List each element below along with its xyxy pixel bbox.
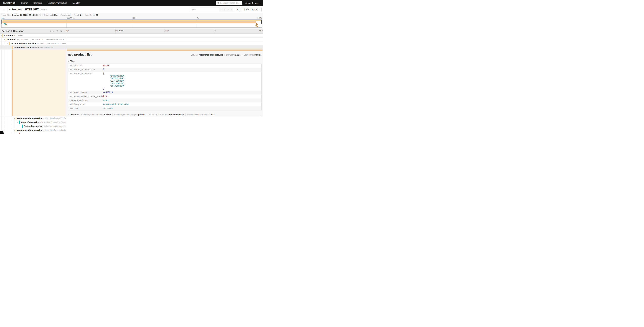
indent-guide	[1, 50, 2, 116]
span-tree-cell[interactable]: ∨featureflagservice/hipstershop.FeatureF…	[0, 120, 66, 124]
span-expand-chevron-icon[interactable]: ∨	[7, 43, 8, 44]
span-tree-cell[interactable]: ∨frontendHTTP GET	[0, 34, 66, 38]
focus-match-icon[interactable]	[220, 8, 222, 10]
span-name: featureflagservice/hipstershop.FeatureFl…	[20, 120, 66, 124]
trace-view-selector[interactable]: Trace Timeline ∨	[241, 7, 262, 12]
nav-item-compare[interactable]: Compare	[31, 0, 45, 6]
tag-value: 8	[102, 68, 262, 72]
minimap-span-bar	[256, 24, 258, 25]
span-row[interactable]: featureflagservicefeatureflagservice.rep…	[0, 124, 263, 128]
span-tree-cell[interactable]: ∨recommendationservice/hipstershop.Featu…	[0, 116, 66, 120]
span-row[interactable]: ∨frontendgrpc.hipstershop.Recommendation…	[0, 38, 263, 42]
summary-value: 7	[80, 14, 81, 16]
collapse-all-icon[interactable]: ≫	[56, 30, 58, 32]
span-expand-chevron-icon[interactable]: ∨	[17, 121, 18, 123]
summary-value: 20	[96, 14, 98, 16]
trace-view-label: Trace Timeline	[243, 8, 257, 11]
trace-minimap: 0μs666.89ms1.33s2s2.67s	[1, 17, 262, 28]
trace-title-wrap[interactable]: ∨ frontend: HTTP GET 2f715fb	[7, 8, 47, 11]
span-expand-chevron-icon[interactable]: ∨	[1, 34, 2, 36]
tag-row: span.kindinternal	[68, 106, 262, 110]
minimap-right-drag-handle[interactable]	[261, 20, 262, 24]
process-value: python	[138, 114, 145, 116]
chevron-down-icon: ∨	[258, 9, 260, 10]
operation-name: get_product_list	[40, 46, 54, 48]
summary-item: Total Spans20	[83, 14, 100, 16]
span-row[interactable]: ∨featureflagservice/hipstershop.FeatureF…	[0, 120, 263, 124]
span-name: recommendationservice/hipstershop.Recomm…	[10, 42, 66, 45]
span-row[interactable]: ∨recommendationservice/hipstershop.Produ…	[0, 128, 263, 132]
meta-label: Duration:	[226, 54, 235, 56]
time-tick-label: 666.89ms	[67, 17, 74, 19]
summary-label: Duration	[44, 14, 52, 16]
tag-value: ["1YMWWN1N4O","66VCHSJNUP","2ZYFJ3GM2N",…	[102, 72, 262, 91]
app-logo[interactable]: JAEGER UI	[0, 2, 18, 4]
find-input[interactable]	[190, 7, 219, 12]
process-accordion[interactable]: › Process: telemetry.auto.version = 0.34…	[68, 113, 262, 116]
operation-name: featureflagservice.repo.query:fe...	[44, 125, 66, 127]
span-bar-strip[interactable]	[67, 50, 263, 51]
span-tree-cell[interactable]: ∨recommendationservice/hipstershop.Recom…	[0, 42, 66, 45]
span-name: featureflagservicefeatureflagservice.rep…	[24, 124, 66, 128]
tag-key: span.kind	[68, 106, 102, 110]
summary-muted: .543	[36, 14, 40, 16]
collapse-trace-chevron-icon[interactable]: ∨	[9, 8, 11, 11]
meta-value: 8.58ms	[254, 54, 262, 56]
minimap-span-bar	[2, 21, 256, 23]
summary-value: October 22 2022, 22:10:09	[12, 14, 36, 16]
keyboard-shortcuts-button[interactable]: ⌘	[235, 7, 240, 12]
service-color-bar	[6, 38, 6, 41]
minimap-canvas[interactable]	[1, 20, 262, 28]
span-expand-chevron-icon[interactable]: ∨	[4, 38, 5, 40]
nav-item-monitor[interactable]: Monitor	[70, 0, 82, 6]
span-row[interactable]	[0, 132, 263, 134]
span-row[interactable]: ∨recommendationservice/hipstershop.Recom…	[0, 42, 263, 46]
next-match-icon[interactable]: ∨	[228, 8, 229, 11]
collapse-one-icon[interactable]: ∨	[50, 30, 51, 32]
collapse-controls: ∨ › ≫ ≫	[50, 30, 65, 32]
prev-match-icon[interactable]: ∧	[224, 8, 226, 11]
expand-one-icon[interactable]: ›	[53, 30, 54, 32]
expand-all-icon[interactable]: ≫	[60, 30, 62, 32]
operation-name: /hipstershop.RecommendationService/Lis..…	[37, 42, 66, 44]
span-name: frontendHTTP GET	[4, 34, 23, 38]
tags-accordion[interactable]: ∨ Tags	[68, 60, 262, 62]
minimap-span-bar	[256, 23, 257, 24]
service-color-bar	[2, 34, 3, 37]
time-tick-label: 2s	[197, 17, 199, 19]
span-tree-cell[interactable]	[0, 132, 66, 134]
span-row[interactable]: ∨recommendationservice/hipstershop.Featu…	[0, 116, 263, 120]
tag-key: app.filtered_products.list	[68, 72, 102, 91]
time-tick-label: 1.33s	[132, 17, 136, 19]
span-tree-cell[interactable]: featureflagservicefeatureflagservice.rep…	[0, 124, 66, 128]
service-name: recommendationservice	[17, 117, 42, 120]
indent-guide	[14, 120, 15, 124]
clear-find-icon[interactable]: ×	[231, 8, 232, 11]
span-expand-chevron-icon[interactable]: ∨	[10, 46, 12, 48]
process-key: telemetry.sdk.language	[114, 114, 136, 116]
indent-guide	[1, 38, 2, 42]
span-tree-cell[interactable]: ∨frontendgrpc.hipstershop.Recommendation…	[0, 38, 66, 42]
timeline-header: Service & Operation ∨ › ≫ ≫ ‖ 0μs666.89m…	[0, 29, 263, 34]
trace-id-short: 2f715fb	[40, 8, 47, 11]
nav-item-search[interactable]: Search	[18, 0, 30, 6]
column-resizer-handle[interactable]: ‖	[64, 31, 65, 32]
nav-item-system-architecture[interactable]: System Architecture	[45, 0, 70, 6]
span-name: recommendationservice/hipstershop.Produc…	[17, 128, 66, 132]
span-row[interactable]: ∨recommendationserviceget_product_list	[0, 46, 263, 50]
span-tree-cell[interactable]: ∨recommendationservice/hipstershop.Produ…	[0, 128, 66, 132]
back-button[interactable]: ←	[0, 6, 7, 13]
span-expand-chevron-icon[interactable]: ∨	[14, 117, 15, 119]
indent-guide	[14, 124, 15, 128]
span-expand-chevron-icon[interactable]: ∨	[14, 129, 15, 131]
span-tree-cell[interactable]: ∨recommendationserviceget_product_list	[0, 46, 66, 49]
span-row[interactable]: ∨frontendHTTP GET	[0, 34, 263, 38]
service-color-bar	[16, 117, 16, 120]
tag-key: otel.library.name	[68, 102, 102, 106]
chevron-right-icon: ›	[68, 114, 68, 116]
about-jaeger-menu[interactable]: About Jaeger ∨	[246, 2, 260, 4]
service-name: frontend	[8, 38, 16, 41]
trace-lookup-input[interactable]	[220, 2, 241, 4]
trace-lookup[interactable]	[216, 1, 242, 5]
about-jaeger-label: About Jaeger	[246, 2, 258, 4]
